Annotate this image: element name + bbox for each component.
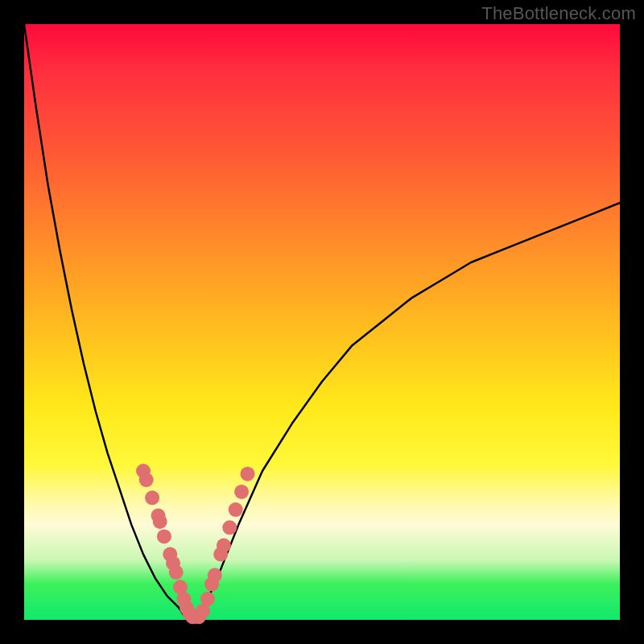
marker-dot (217, 539, 231, 553)
marker-dots (136, 464, 255, 624)
marker-dot (222, 520, 237, 535)
marker-dot (229, 502, 243, 517)
marker-dot (200, 592, 215, 606)
curve-svg (24, 24, 620, 620)
marker-dot (241, 467, 255, 481)
watermark-text: TheBottleneck.com (481, 3, 636, 24)
marker-dot (139, 473, 154, 487)
bottleneck-curve (24, 24, 620, 620)
marker-dot (169, 565, 184, 580)
marker-dot (153, 514, 167, 529)
marker-dot (234, 485, 249, 499)
marker-dot (208, 568, 222, 583)
marker-dot (145, 490, 159, 505)
plot-area (24, 24, 620, 620)
chart-frame: TheBottleneck.com (0, 0, 644, 644)
curve-path (24, 24, 620, 620)
marker-dot (157, 529, 171, 543)
